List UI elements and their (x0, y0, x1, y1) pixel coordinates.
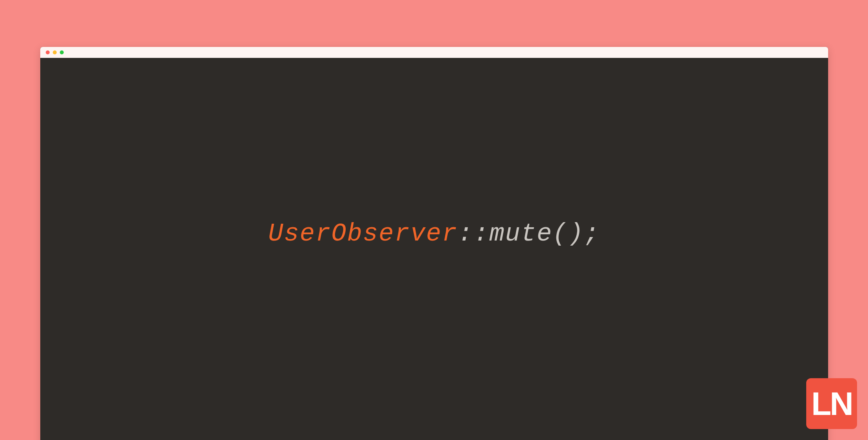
window-title-bar (40, 47, 828, 58)
code-class-name: UserObserver (268, 220, 458, 248)
minimize-icon[interactable] (53, 50, 57, 54)
terminal-window: UserObserver::mute(); (40, 47, 828, 440)
logo-text: LN (811, 387, 852, 420)
code-method-call: ::mute(); (458, 220, 600, 248)
close-icon[interactable] (46, 50, 50, 54)
terminal-body: UserObserver::mute(); (40, 58, 828, 440)
maximize-icon[interactable] (60, 50, 64, 54)
code-snippet: UserObserver::mute(); (268, 220, 600, 248)
brand-logo: LN (806, 378, 857, 429)
